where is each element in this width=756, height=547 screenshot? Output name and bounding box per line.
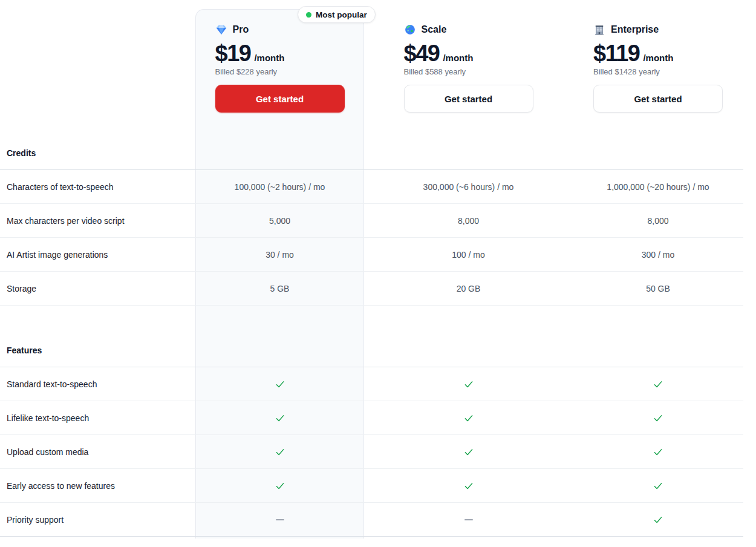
price-row: $19/month [215, 44, 345, 63]
table-row: Max characters per video script5,0008,00… [0, 204, 743, 238]
most-popular-badge-label: Most popular [316, 10, 367, 19]
feature-label: Upload custom media [0, 435, 195, 468]
value-cell: 100,000 (~2 hours) / mo [195, 170, 364, 203]
check-icon [653, 413, 663, 424]
value-cell: 50 GB [573, 272, 743, 305]
check-icon [275, 413, 285, 424]
value-cell [195, 367, 364, 401]
value-cell [573, 503, 743, 536]
feature-label: AI Artist image generations [0, 238, 195, 271]
table-row: Early access to new features [0, 469, 743, 503]
pricing-comparison-page: Most popular Pro$19/monthBilled $228 yea… [0, 0, 756, 547]
feature-label: Standard text-to-speech [0, 367, 195, 401]
table-row: Characters of text-to-speech100,000 (~2 … [0, 170, 743, 204]
dash-icon [464, 519, 473, 520]
value-cell: 30 / mo [195, 238, 364, 271]
billed-yearly-note: Billed $1428 yearly [593, 67, 723, 76]
check-icon [463, 447, 474, 457]
header-spacer-cell [0, 0, 195, 136]
value-cell [573, 367, 743, 401]
value-cell [573, 469, 743, 502]
section-title: Credits [0, 136, 195, 169]
check-icon [463, 480, 474, 491]
value-cell: 300,000 (~6 hours) / mo [364, 170, 573, 203]
value-cell [195, 401, 364, 434]
plan-name: Enterprise [611, 24, 659, 35]
value-cell [573, 435, 743, 468]
value-cell: 1,000,000 (~20 hours) / mo [573, 170, 743, 203]
value-cell [364, 503, 573, 536]
value-cell [573, 401, 743, 434]
value-cell [364, 367, 573, 401]
check-icon [275, 480, 285, 491]
plan-name-row: Enterprise [593, 24, 723, 36]
value-cell [364, 401, 573, 434]
price-row: $119/month [593, 44, 723, 63]
check-icon [653, 379, 663, 390]
value-cell: 5 GB [195, 272, 364, 305]
plan-name-row: Scale [404, 24, 533, 36]
check-icon [275, 379, 285, 390]
table-row: Upload custom media [0, 435, 743, 469]
value-cell [195, 503, 364, 536]
value-cell: 100 / mo [364, 238, 573, 271]
green-dot-icon [306, 12, 311, 18]
plan-price: $19 [215, 44, 251, 63]
billed-yearly-note: Billed $588 yearly [404, 67, 533, 76]
value-cell: 20 GB [364, 272, 573, 305]
plan-period: /month [254, 53, 284, 63]
check-icon [653, 480, 663, 491]
section-header-row-features: Features [0, 333, 743, 367]
section-title: Features [0, 333, 195, 367]
feature-label: Max characters per video script [0, 204, 195, 237]
dash-icon [276, 519, 284, 520]
globe-icon [404, 24, 416, 36]
value-cell [364, 435, 573, 468]
pricing-table-body: CreditsCharacters of text-to-speech100,0… [0, 136, 743, 537]
feature-label: Priority support [0, 503, 195, 536]
building-icon [593, 24, 605, 36]
plan-name-row: Pro [215, 24, 345, 36]
get-started-button-scale[interactable]: Get started [404, 85, 533, 113]
check-icon [653, 447, 663, 457]
check-icon [653, 514, 663, 525]
table-row: Storage5 GB20 GB50 GB [0, 272, 743, 306]
plan-period: /month [643, 53, 673, 63]
section-header-row-credits: Credits [0, 136, 743, 170]
most-popular-badge: Most popular [298, 6, 376, 23]
value-cell [195, 469, 364, 502]
plan-name: Pro [233, 24, 249, 35]
check-icon [463, 379, 474, 390]
value-cell [364, 469, 573, 502]
value-cell: 300 / mo [573, 238, 743, 271]
plan-name: Scale [422, 24, 447, 35]
plan-inner: Enterprise$119/monthBilled $1428 yearlyG… [593, 0, 723, 113]
table-row: Priority support [0, 503, 743, 537]
value-cell: 5,000 [195, 204, 364, 237]
check-icon [275, 447, 285, 457]
value-cell: 8,000 [573, 204, 743, 237]
section-gap-row [0, 306, 743, 333]
feature-label: Storage [0, 272, 195, 305]
plan-price: $49 [404, 44, 440, 63]
check-icon [463, 413, 474, 424]
get-started-button-enterprise[interactable]: Get started [593, 85, 723, 113]
pricing-table: Pro$19/monthBilled $228 yearlyGet starte… [0, 0, 743, 537]
feature-label: Lifelike text-to-speech [0, 401, 195, 434]
table-row: Standard text-to-speech [0, 367, 743, 401]
plan-period: /month [443, 53, 473, 63]
plan-header-scale: Scale$49/monthBilled $588 yearlyGet star… [364, 0, 573, 136]
feature-label: Early access to new features [0, 469, 195, 502]
feature-label: Characters of text-to-speech [0, 170, 195, 203]
diamond-icon [215, 24, 227, 36]
value-cell: 8,000 [364, 204, 573, 237]
price-row: $49/month [404, 44, 533, 63]
plan-price: $119 [593, 44, 639, 63]
value-cell [195, 435, 364, 468]
plan-header-enterprise: Enterprise$119/monthBilled $1428 yearlyG… [573, 0, 743, 136]
get-started-button-pro[interactable]: Get started [215, 85, 345, 113]
plan-inner: Scale$49/monthBilled $588 yearlyGet star… [404, 0, 533, 113]
table-row: Lifelike text-to-speech [0, 401, 743, 435]
billed-yearly-note: Billed $228 yearly [215, 67, 345, 76]
table-row: AI Artist image generations30 / mo100 / … [0, 238, 743, 272]
